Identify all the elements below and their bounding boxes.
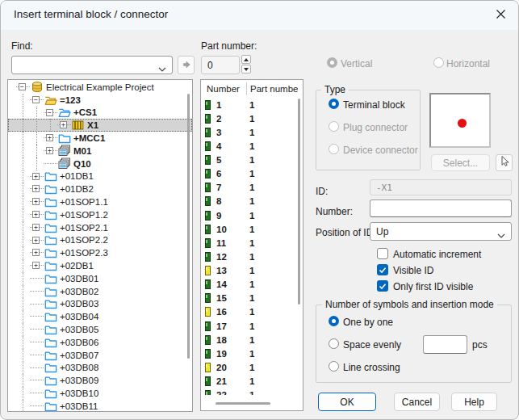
space-evenly-radio[interactable] xyxy=(329,338,339,349)
tree-item[interactable]: ++01SOP2.2 xyxy=(8,234,192,247)
tree-item[interactable]: −+CS1 xyxy=(8,107,192,120)
close-button[interactable] xyxy=(484,1,517,30)
tree-guide-line xyxy=(16,195,30,208)
terminal-row[interactable]: 21 xyxy=(201,111,303,125)
tree-item[interactable]: ++02DB1 xyxy=(8,259,192,272)
tree-item[interactable]: ++01SOP1.2 xyxy=(8,208,192,221)
column-header-number[interactable]: Number xyxy=(201,84,246,94)
plug-connector-radio[interactable] xyxy=(329,121,339,132)
tree-item[interactable]: +X1 xyxy=(8,119,192,132)
space-evenly-count-field[interactable] xyxy=(423,335,467,354)
tree-item[interactable]: +03DB06 xyxy=(8,336,192,349)
find-go-button[interactable] xyxy=(178,56,195,74)
tree-item[interactable]: +03DB11 xyxy=(8,400,192,412)
terminal-row[interactable]: 101 xyxy=(201,222,303,236)
terminal-row[interactable]: 181 xyxy=(201,333,303,346)
terminal-row[interactable]: 141 xyxy=(201,278,303,292)
tree-expander[interactable]: + xyxy=(30,221,44,234)
terminal-row[interactable]: 31 xyxy=(201,125,303,139)
tree-expander[interactable]: + xyxy=(30,183,44,195)
tree-item[interactable]: −Electrical Example Project xyxy=(8,81,192,94)
tree-expander[interactable]: + xyxy=(44,145,57,158)
database-icon xyxy=(30,81,44,93)
tree-item[interactable]: ++01SOP2.3 xyxy=(8,246,192,259)
tree-item[interactable]: ++01SOP2.1 xyxy=(8,221,192,234)
tree-expander[interactable]: − xyxy=(16,81,30,94)
cancel-button[interactable]: Cancel xyxy=(394,393,440,411)
part-number-spin-down[interactable] xyxy=(241,65,251,74)
terminal-row[interactable]: 171 xyxy=(201,319,303,333)
tree-item[interactable]: +03DB08 xyxy=(8,362,192,375)
visible-id-checkbox[interactable] xyxy=(377,264,388,275)
tree-item[interactable]: −=123 xyxy=(8,94,192,107)
terminal-row[interactable]: 41 xyxy=(201,139,303,153)
tree-item[interactable]: +03DB10 xyxy=(8,387,192,400)
position-of-id-select[interactable]: Up xyxy=(370,222,512,241)
find-input[interactable] xyxy=(11,56,173,74)
terminal-block-radio[interactable] xyxy=(329,99,339,109)
terminal-row[interactable]: 151 xyxy=(201,292,303,305)
vertical-radio[interactable] xyxy=(327,57,337,68)
one-by-one-radio[interactable] xyxy=(329,316,339,326)
tree-item[interactable]: +03DB03 xyxy=(8,298,192,311)
terminal-row[interactable]: 11 xyxy=(201,98,303,111)
tree-expander[interactable]: + xyxy=(44,132,57,145)
tree-expander[interactable]: + xyxy=(30,195,44,208)
tree-expander[interactable]: + xyxy=(30,208,44,221)
terminal-row[interactable]: 221 xyxy=(201,388,303,395)
ok-button[interactable]: OK xyxy=(318,393,376,411)
terminal-row[interactable]: 81 xyxy=(201,195,303,208)
terminal-row[interactable]: 111 xyxy=(201,236,303,250)
terminal-number: 22 xyxy=(216,390,245,395)
tree-guide-line xyxy=(16,387,30,400)
tree-expander[interactable]: + xyxy=(30,170,44,183)
list-horizontal-scrollbar[interactable] xyxy=(216,402,270,405)
tree-expander[interactable]: + xyxy=(30,246,44,259)
number-field[interactable] xyxy=(370,200,512,217)
device-connector-radio[interactable] xyxy=(329,144,339,154)
terminal-row[interactable]: 61 xyxy=(201,167,303,181)
tree-item[interactable]: +03DB04 xyxy=(8,310,192,323)
tree-expander[interactable]: − xyxy=(44,107,57,120)
tree-item[interactable]: ++MCC1 xyxy=(8,132,192,145)
list-vertical-scrollbar[interactable] xyxy=(298,99,300,304)
terminal-green-icon xyxy=(205,238,211,248)
tree-guide-line xyxy=(30,145,44,158)
tree-item[interactable]: +03DB02 xyxy=(8,285,192,298)
part-number-input[interactable]: 0 xyxy=(201,56,240,74)
terminal-row[interactable]: 51 xyxy=(201,153,303,167)
terminal-row[interactable]: 191 xyxy=(201,346,303,360)
terminal-row[interactable]: 161 xyxy=(201,305,303,319)
only-first-id-visible-checkbox[interactable] xyxy=(377,280,388,292)
terminal-row[interactable]: 201 xyxy=(201,360,303,374)
tree-item[interactable]: +03DB07 xyxy=(8,349,192,362)
terminal-block-label: Terminal block xyxy=(343,99,405,111)
tree-item[interactable]: +03DB01 xyxy=(8,272,192,285)
tree-item[interactable]: ++01DB2 xyxy=(8,183,192,195)
tree-expander[interactable]: − xyxy=(30,94,44,107)
terminal-row[interactable]: 71 xyxy=(201,181,303,195)
terminal-row[interactable]: 211 xyxy=(201,375,303,388)
pick-symbol-button[interactable] xyxy=(496,154,513,171)
line-crossing-radio[interactable] xyxy=(329,361,339,372)
tree-item[interactable]: +03DB09 xyxy=(8,374,192,387)
tree-item[interactable]: ++01SOP1.1 xyxy=(8,195,192,208)
terminal-row[interactable]: 131 xyxy=(201,264,303,278)
terminal-row[interactable]: 121 xyxy=(201,250,303,263)
tree-expander[interactable]: + xyxy=(30,259,44,272)
horizontal-radio[interactable] xyxy=(433,57,444,68)
tree-item[interactable]: +03DB05 xyxy=(8,323,192,336)
column-header-part-number[interactable]: Part numbe xyxy=(247,84,298,94)
tree-item[interactable]: Q10 xyxy=(8,158,192,170)
tree-item-label: +03DB11 xyxy=(57,401,98,411)
part-number-spin-up[interactable] xyxy=(241,55,251,64)
select-button[interactable]: Select... xyxy=(431,154,490,171)
tree-expander[interactable]: + xyxy=(30,234,44,247)
tree-item[interactable]: ++01DB1 xyxy=(8,170,192,183)
help-button[interactable]: Help xyxy=(451,393,497,411)
terminal-row[interactable]: 91 xyxy=(201,208,303,222)
tree-vertical-scrollbar[interactable] xyxy=(187,94,190,359)
tree-item[interactable]: +M01 xyxy=(8,145,192,158)
tree-expander[interactable]: + xyxy=(57,119,71,132)
automatic-increment-checkbox[interactable] xyxy=(377,248,388,259)
